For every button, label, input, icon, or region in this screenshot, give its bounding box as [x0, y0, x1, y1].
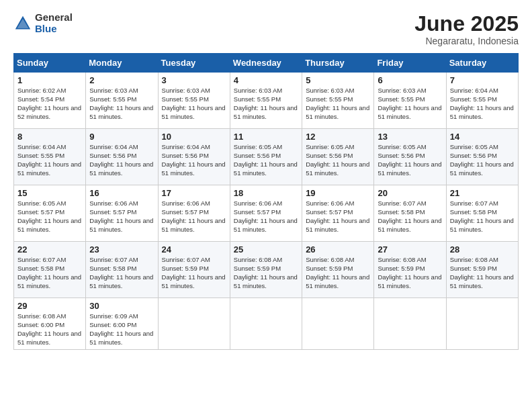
col-header-friday: Friday	[374, 54, 446, 73]
day-number: 9	[89, 132, 154, 142]
calendar-cell: 28Sunrise: 6:08 AMSunset: 5:59 PMDayligh…	[446, 242, 518, 298]
day-number: 4	[234, 75, 298, 85]
calendar-cell: 4Sunrise: 6:03 AMSunset: 5:55 PMDaylight…	[230, 73, 302, 129]
day-number: 15	[17, 188, 82, 198]
calendar-cell: 27Sunrise: 6:08 AMSunset: 5:59 PMDayligh…	[374, 242, 446, 298]
day-info: Sunrise: 6:07 AMSunset: 5:58 PMDaylight:…	[378, 199, 442, 234]
day-number: 26	[306, 244, 370, 255]
calendar-cell: 24Sunrise: 6:07 AMSunset: 5:59 PMDayligh…	[158, 242, 230, 298]
header: General Blue June 2025 Negararatu, Indon…	[13, 12, 519, 46]
col-header-saturday: Saturday	[446, 54, 518, 73]
logo: General Blue	[13, 12, 73, 34]
col-header-wednesday: Wednesday	[230, 54, 302, 73]
calendar-cell: 19Sunrise: 6:06 AMSunset: 5:57 PMDayligh…	[302, 185, 374, 242]
calendar-week-2: 8Sunrise: 6:04 AMSunset: 5:55 PMDaylight…	[14, 129, 519, 185]
location: Negararatu, Indonesia	[414, 36, 519, 46]
day-info: Sunrise: 6:05 AMSunset: 5:56 PMDaylight:…	[378, 143, 442, 177]
day-info: Sunrise: 6:08 AMSunset: 5:59 PMDaylight:…	[306, 256, 370, 290]
day-info: Sunrise: 6:04 AMSunset: 5:56 PMDaylight:…	[89, 143, 154, 177]
day-number: 16	[89, 188, 154, 198]
page: General Blue June 2025 Negararatu, Indon…	[0, 0, 532, 411]
calendar-cell: 6Sunrise: 6:03 AMSunset: 5:55 PMDaylight…	[374, 73, 446, 129]
calendar-cell: 16Sunrise: 6:06 AMSunset: 5:57 PMDayligh…	[86, 185, 158, 242]
day-info: Sunrise: 6:06 AMSunset: 5:57 PMDaylight:…	[234, 199, 298, 234]
day-number: 19	[306, 188, 370, 198]
day-info: Sunrise: 6:06 AMSunset: 5:57 PMDaylight:…	[89, 199, 154, 234]
calendar-cell: 26Sunrise: 6:08 AMSunset: 5:59 PMDayligh…	[302, 242, 374, 298]
day-number: 6	[378, 75, 442, 85]
calendar-cell: 14Sunrise: 6:05 AMSunset: 5:56 PMDayligh…	[446, 129, 518, 185]
day-number: 18	[234, 188, 298, 198]
day-number: 23	[89, 244, 154, 255]
logo-icon	[13, 14, 32, 33]
day-number: 1	[17, 75, 82, 85]
day-number: 7	[450, 75, 515, 85]
calendar-cell: 10Sunrise: 6:04 AMSunset: 5:56 PMDayligh…	[158, 129, 230, 185]
calendar-cell	[374, 298, 446, 350]
day-number: 5	[306, 75, 370, 85]
day-info: Sunrise: 6:03 AMSunset: 5:55 PMDaylight:…	[162, 87, 226, 121]
day-number: 17	[162, 188, 226, 198]
calendar-cell: 13Sunrise: 6:05 AMSunset: 5:56 PMDayligh…	[374, 129, 446, 185]
col-header-monday: Monday	[86, 54, 158, 73]
logo-general: General	[35, 12, 73, 24]
calendar-cell: 22Sunrise: 6:07 AMSunset: 5:58 PMDayligh…	[14, 242, 86, 298]
day-number: 14	[450, 132, 515, 142]
day-info: Sunrise: 6:08 AMSunset: 5:59 PMDaylight:…	[234, 256, 298, 290]
calendar-cell: 21Sunrise: 6:07 AMSunset: 5:58 PMDayligh…	[446, 185, 518, 242]
calendar-cell: 12Sunrise: 6:05 AMSunset: 5:56 PMDayligh…	[302, 129, 374, 185]
title-block: June 2025 Negararatu, Indonesia	[414, 12, 519, 46]
day-info: Sunrise: 6:07 AMSunset: 5:58 PMDaylight:…	[450, 199, 515, 234]
day-info: Sunrise: 6:03 AMSunset: 5:55 PMDaylight:…	[89, 87, 154, 121]
day-number: 24	[162, 244, 226, 255]
calendar-cell: 29Sunrise: 6:08 AMSunset: 6:00 PMDayligh…	[14, 298, 86, 350]
day-info: Sunrise: 6:05 AMSunset: 5:56 PMDaylight:…	[234, 143, 298, 177]
day-number: 20	[378, 188, 442, 198]
calendar-cell: 9Sunrise: 6:04 AMSunset: 5:56 PMDaylight…	[86, 129, 158, 185]
day-number: 10	[162, 132, 226, 142]
calendar-cell	[302, 298, 374, 350]
calendar-week-4: 22Sunrise: 6:07 AMSunset: 5:58 PMDayligh…	[14, 242, 519, 298]
day-info: Sunrise: 6:04 AMSunset: 5:55 PMDaylight:…	[17, 143, 82, 177]
day-info: Sunrise: 6:05 AMSunset: 5:57 PMDaylight:…	[17, 199, 82, 234]
calendar-week-1: 1Sunrise: 6:02 AMSunset: 5:54 PMDaylight…	[14, 73, 519, 129]
calendar-cell: 23Sunrise: 6:07 AMSunset: 5:58 PMDayligh…	[86, 242, 158, 298]
day-number: 11	[234, 132, 298, 142]
calendar-cell: 1Sunrise: 6:02 AMSunset: 5:54 PMDaylight…	[14, 73, 86, 129]
calendar-cell: 8Sunrise: 6:04 AMSunset: 5:55 PMDaylight…	[14, 129, 86, 185]
calendar-cell: 3Sunrise: 6:03 AMSunset: 5:55 PMDaylight…	[158, 73, 230, 129]
day-number: 8	[17, 132, 82, 142]
col-header-thursday: Thursday	[302, 54, 374, 73]
logo-text: General Blue	[35, 12, 73, 34]
logo-blue-text: Blue	[35, 24, 73, 35]
calendar-week-3: 15Sunrise: 6:05 AMSunset: 5:57 PMDayligh…	[14, 185, 519, 242]
calendar-cell	[230, 298, 302, 350]
day-number: 22	[17, 244, 82, 255]
calendar-week-5: 29Sunrise: 6:08 AMSunset: 6:00 PMDayligh…	[14, 298, 519, 350]
day-number: 21	[450, 188, 515, 198]
day-number: 25	[234, 244, 298, 255]
calendar-cell: 5Sunrise: 6:03 AMSunset: 5:55 PMDaylight…	[302, 73, 374, 129]
col-header-sunday: Sunday	[14, 54, 86, 73]
day-info: Sunrise: 6:06 AMSunset: 5:57 PMDaylight:…	[162, 199, 226, 234]
day-number: 12	[306, 132, 370, 142]
day-number: 29	[17, 301, 82, 311]
day-info: Sunrise: 6:07 AMSunset: 5:58 PMDaylight:…	[17, 256, 82, 290]
day-info: Sunrise: 6:04 AMSunset: 5:55 PMDaylight:…	[450, 87, 515, 121]
calendar-cell: 7Sunrise: 6:04 AMSunset: 5:55 PMDaylight…	[446, 73, 518, 129]
day-info: Sunrise: 6:05 AMSunset: 5:56 PMDaylight:…	[450, 143, 515, 177]
calendar-table: SundayMondayTuesdayWednesdayThursdayFrid…	[13, 53, 519, 350]
calendar-cell: 20Sunrise: 6:07 AMSunset: 5:58 PMDayligh…	[374, 185, 446, 242]
day-info: Sunrise: 6:02 AMSunset: 5:54 PMDaylight:…	[17, 87, 82, 121]
day-info: Sunrise: 6:08 AMSunset: 6:00 PMDaylight:…	[17, 312, 82, 347]
day-info: Sunrise: 6:03 AMSunset: 5:55 PMDaylight:…	[306, 87, 370, 121]
day-info: Sunrise: 6:03 AMSunset: 5:55 PMDaylight:…	[378, 87, 442, 121]
calendar-cell	[158, 298, 230, 350]
calendar-cell: 2Sunrise: 6:03 AMSunset: 5:55 PMDaylight…	[86, 73, 158, 129]
day-number: 27	[378, 244, 442, 255]
day-info: Sunrise: 6:08 AMSunset: 5:59 PMDaylight:…	[450, 256, 515, 290]
calendar-cell	[446, 298, 518, 350]
day-number: 28	[450, 244, 515, 255]
day-info: Sunrise: 6:07 AMSunset: 5:59 PMDaylight:…	[162, 256, 226, 290]
col-header-tuesday: Tuesday	[158, 54, 230, 73]
